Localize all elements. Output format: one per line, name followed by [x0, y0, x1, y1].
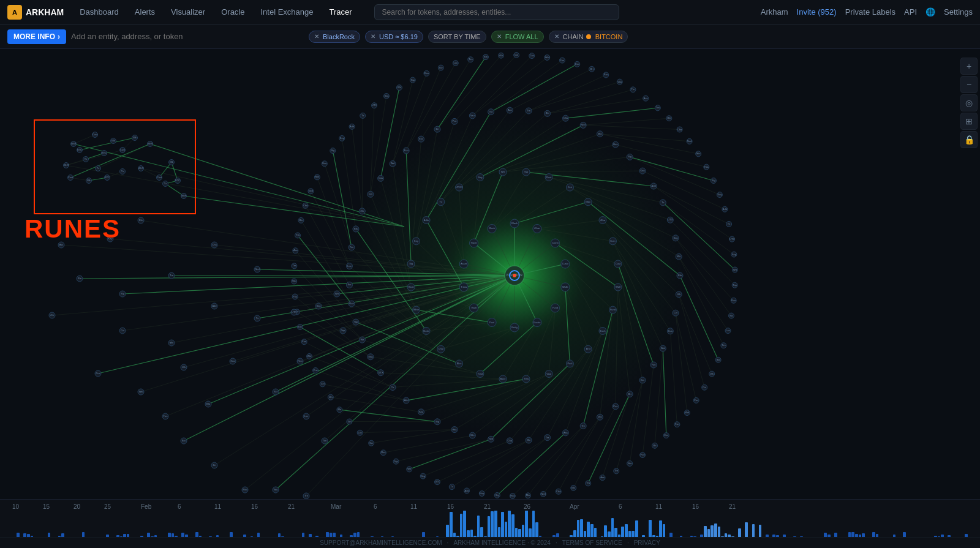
svg-text:Cha: Cha [556, 490, 561, 493]
zoom-out-button[interactable]: − [960, 76, 978, 93]
nav-oracle[interactable]: Oracle [215, 5, 251, 19]
timeline-label: 15 [43, 503, 50, 510]
settings-link[interactable]: Settings [944, 7, 973, 17]
svg-text:Vaul: Vaul [546, 372, 551, 375]
svg-text:Tre: Tre [292, 264, 296, 267]
filter-flow-all[interactable]: ✕ FLOW ALL [491, 31, 544, 43]
svg-line-171 [565, 108, 657, 118]
more-info-button[interactable]: MORE INFO [7, 29, 66, 44]
svg-text:Tap: Tap [341, 329, 345, 332]
svg-text:Min: Min [526, 494, 530, 497]
entity-input[interactable] [71, 32, 304, 41]
svg-line-127 [360, 430, 454, 433]
zoom-in-button[interactable]: + [960, 58, 978, 75]
svg-text:Exc: Exc [664, 434, 668, 437]
close-icon: ✕ [497, 33, 502, 40]
svg-text:Tx: Tx [97, 167, 99, 170]
svg-text:Tx: Tx [728, 222, 730, 225]
svg-text:Cha: Cha [303, 204, 308, 207]
footer-privacy[interactable]: PRIVACY [634, 539, 660, 546]
lock-button[interactable]: 🔒 [960, 131, 978, 148]
svg-text:Asse: Asse [500, 377, 507, 380]
svg-text:Tim: Tim [323, 439, 327, 442]
global-search-input[interactable] [374, 4, 619, 20]
svg-text:Tap: Tap [394, 460, 398, 463]
svg-text:Ass: Ass [508, 108, 512, 111]
svg-text:Tap: Tap [733, 283, 737, 287]
svg-text:Mine: Mine [413, 308, 419, 311]
svg-text:iSha: iSha [600, 219, 606, 222]
grid-button[interactable]: ⊞ [960, 113, 978, 130]
svg-text:Node: Node [423, 329, 429, 332]
svg-text:Cus: Cus [379, 176, 383, 179]
svg-text:Add: Add [465, 489, 469, 492]
svg-line-188 [679, 257, 723, 345]
svg-text:Blo: Blo [667, 116, 671, 119]
svg-text:Scr: Scr [369, 441, 374, 445]
svg-text:Exc: Exc [298, 325, 303, 328]
filter-blackrock[interactable]: ✕ BlackRock [309, 31, 360, 43]
footer-terms[interactable]: TERMS OF SERVICE [562, 539, 622, 546]
filter-sort-by-time[interactable]: SORT BY TIME [428, 31, 486, 43]
nav-alerts[interactable]: Alerts [129, 5, 161, 19]
svg-text:Cust: Cust [92, 133, 98, 136]
svg-text:iShR: iShR [64, 163, 69, 167]
invite-link[interactable]: Invite (952) [797, 7, 837, 17]
svg-line-226 [80, 138, 135, 150]
svg-text:Tx: Tx [164, 182, 167, 185]
focus-button[interactable]: ◎ [960, 94, 978, 111]
api-link[interactable]: API [904, 7, 917, 17]
filter-chain-bitcoin[interactable]: ✕ CHAIN BITCOIN [549, 31, 628, 43]
close-icon: ✕ [371, 33, 375, 40]
svg-text:Wal: Wal [685, 411, 689, 414]
svg-line-172 [583, 118, 669, 125]
svg-text:BTC: BTC [102, 151, 107, 154]
svg-text:Bridg: Bridg [511, 326, 517, 329]
svg-text:Key: Key [340, 137, 344, 140]
svg-text:Wall: Wall [616, 285, 620, 288]
svg-line-221 [74, 135, 95, 144]
svg-text:Loc: Loc [726, 329, 729, 332]
svg-text:Blo: Blo [571, 486, 576, 489]
nav-visualizer[interactable]: Visualizer [165, 5, 211, 19]
logo[interactable]: A ARKHAM [7, 5, 64, 20]
svg-line-224 [66, 150, 123, 165]
svg-text:Seg: Seg [384, 94, 388, 97]
svg-text:Seg: Seg [368, 355, 372, 358]
svg-text:Blac: Blac [586, 200, 590, 203]
svg-text:BTC: BTC [105, 176, 110, 179]
svg-text:Min: Min [696, 152, 700, 155]
filter-usd[interactable]: ✕ USD ≈ $6.19 [365, 31, 423, 43]
nav-tracer[interactable]: Tracer [323, 5, 358, 19]
svg-text:Cha: Cha [508, 439, 513, 442]
svg-text:Tx: Tx [391, 386, 394, 389]
footer-email[interactable]: SUPPORT@ARKHAMINTELLIGENCE.COM [320, 539, 442, 546]
svg-text:Vau: Vau [598, 415, 602, 418]
svg-text:Bla: Bla [78, 277, 82, 280]
bitcoin-dot-icon [586, 34, 591, 39]
svg-text:Vau: Vau [274, 488, 278, 491]
svg-text:Min: Min [598, 132, 601, 135]
svg-text:Wal: Wal [661, 347, 665, 350]
svg-line-118 [482, 438, 548, 494]
svg-text:Pool: Pool [567, 362, 572, 365]
svg-text:Cha: Cha [212, 243, 217, 246]
svg-text:Has: Has [230, 359, 235, 362]
graph-canvas[interactable]: RUNES // We'll generate the graph via JS… [0, 49, 980, 499]
svg-text:iShR: iShR [181, 194, 187, 197]
svg-text:Bla: Bla [354, 227, 358, 230]
svg-text:Coi: Coi [514, 53, 518, 56]
nav-dashboard[interactable]: Dashboard [74, 5, 125, 19]
nav-intel-exchange[interactable]: Intel Exchange [254, 5, 319, 19]
svg-text:Exc: Exc [641, 378, 645, 381]
timeline-label: 21 [729, 503, 736, 510]
svg-text:Vault: Vault [471, 306, 477, 309]
arkham-link[interactable]: Arkham [761, 7, 788, 17]
svg-line-173 [583, 125, 679, 129]
translate-icon[interactable]: 🌐 [925, 7, 935, 17]
svg-text:Key: Key [419, 410, 423, 413]
svg-text:Walle: Walle [562, 285, 569, 288]
private-labels-link[interactable]: Private Labels [845, 7, 895, 17]
svg-line-239 [150, 144, 404, 227]
svg-text:Nod: Nod [541, 492, 545, 495]
